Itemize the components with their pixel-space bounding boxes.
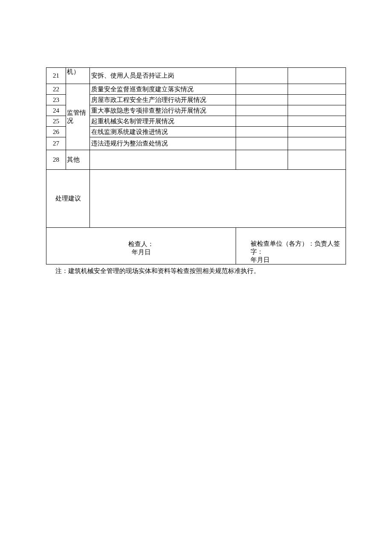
- item-cell: 安拆、使用人员是否持证上岗: [90, 68, 236, 84]
- table-row: 21 机） 安拆、使用人员是否持证上岗: [46, 68, 346, 84]
- result-cell: [236, 105, 288, 116]
- result-cell: [236, 150, 288, 170]
- item-cell: 违法违规行为整治查处情况: [90, 137, 236, 150]
- category-cell: 其他: [66, 150, 90, 170]
- suggestion-label: 处理建议: [46, 170, 90, 228]
- table-row: 23 房屋市政工程安全生产治理行动开展情况: [46, 95, 346, 105]
- remark-cell: [288, 150, 346, 170]
- result-cell: [236, 116, 288, 127]
- suggestion-row: 处理建议: [46, 170, 346, 228]
- remark-cell: [288, 68, 346, 84]
- remark-cell: [288, 116, 346, 127]
- suggestion-content: [90, 170, 346, 228]
- result-cell: [236, 127, 288, 137]
- table-row: 28 其他: [46, 150, 346, 170]
- row-number: 27: [46, 137, 66, 150]
- item-cell: 起重机械实名制管理开展情况: [90, 116, 236, 127]
- row-number: 21: [46, 68, 66, 84]
- inspector-date: 年月日: [46, 248, 236, 256]
- result-cell: [236, 68, 288, 84]
- row-number: 25: [46, 116, 66, 127]
- item-cell: [90, 150, 236, 170]
- result-cell: [236, 84, 288, 95]
- inspection-table: 21 机） 安拆、使用人员是否持证上岗 22 监管情况 质量安全监督巡查制度建立…: [46, 67, 346, 264]
- table-row: 25 起重机械实名制管理开展情况: [46, 116, 346, 127]
- remark-cell: [288, 95, 346, 105]
- row-number: 23: [46, 95, 66, 105]
- category-cell: 监管情况: [66, 84, 90, 150]
- item-cell: 质量安全监督巡查制度建立落实情况: [90, 84, 236, 95]
- remark-cell: [288, 105, 346, 116]
- row-number: 28: [46, 150, 66, 170]
- inspected-date: 年月日: [251, 256, 346, 264]
- category-cell: 机）: [66, 68, 90, 84]
- item-cell: 重大事故隐患专项排查整治行动开展情况: [90, 105, 236, 116]
- inspector-signature-cell: 检查人： 年月日: [46, 228, 236, 264]
- remark-cell: [288, 84, 346, 95]
- row-number: 24: [46, 105, 66, 116]
- inspected-signature-cell: 被检查单位（各方）：负责人签字： 年月日: [236, 228, 346, 264]
- signature-row: 检查人： 年月日 被检查单位（各方）：负责人签字： 年月日: [46, 228, 346, 264]
- inspected-label: 被检查单位（各方）：负责人签字：: [251, 240, 346, 256]
- row-number: 22: [46, 84, 66, 95]
- table-row: 26 在线监测系统建设推进情况: [46, 127, 346, 137]
- remark-cell: [288, 127, 346, 137]
- remark-cell: [288, 137, 346, 150]
- item-cell: 房屋市政工程安全生产治理行动开展情况: [90, 95, 236, 105]
- inspector-label: 检查人：: [46, 240, 236, 248]
- result-cell: [236, 95, 288, 105]
- footnote-text: 注：建筑机械安全管理的现场实体和资料等检查按照相关规范标准执行。: [46, 266, 346, 276]
- result-cell: [236, 137, 288, 150]
- table-row: 24 重大事故隐患专项排查整治行动开展情况: [46, 105, 346, 116]
- table-row: 22 监管情况 质量安全监督巡查制度建立落实情况: [46, 84, 346, 95]
- row-number: 26: [46, 127, 66, 137]
- table-row: 27 违法违规行为整治查处情况: [46, 137, 346, 150]
- item-cell: 在线监测系统建设推进情况: [90, 127, 236, 137]
